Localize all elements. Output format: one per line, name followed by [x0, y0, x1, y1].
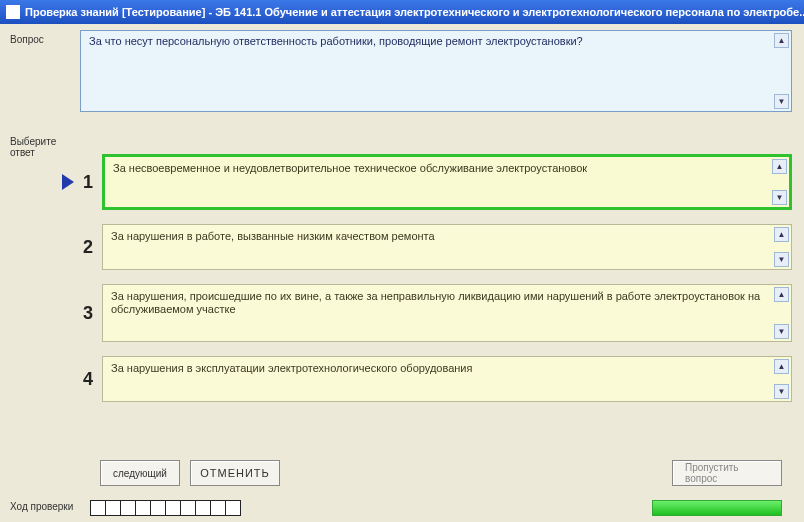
answer-option-4[interactable]: За нарушения в эксплуатации электротехно… — [102, 356, 792, 402]
answer-pointer-cell — [60, 284, 76, 342]
answer-row: 2 За нарушения в работе, вызванные низки… — [60, 224, 792, 270]
answer-scroll-up[interactable]: ▲ — [774, 359, 789, 374]
answer-row: 4 За нарушения в эксплуатации электротех… — [60, 356, 792, 402]
answer-text: За нарушения в эксплуатации электротехно… — [111, 362, 472, 374]
answer-option-3[interactable]: За нарушения, происшедшие по их вине, а … — [102, 284, 792, 342]
client-area: Вопрос Выберите ответ За что несут персо… — [0, 24, 804, 522]
answer-text: За несвоевременное и неудовлетворительно… — [113, 162, 587, 174]
cancel-button-label: ОТМЕНИТЬ — [200, 467, 270, 479]
progress-cell — [180, 500, 196, 516]
question-text-box: За что несут персональную ответственност… — [80, 30, 792, 112]
answer-pointer-cell — [60, 356, 76, 402]
question-text: За что несут персональную ответственност… — [89, 35, 583, 47]
answer-number: 1 — [78, 154, 98, 210]
answer-number: 3 — [78, 284, 98, 342]
app-icon — [6, 5, 20, 19]
progress-cell — [150, 500, 166, 516]
answer-text: За нарушения в работе, вызванные низким … — [111, 230, 435, 242]
time-remaining-bar — [652, 500, 782, 516]
progress-cell — [165, 500, 181, 516]
answer-row: 3 За нарушения, происшедшие по их вине, … — [60, 284, 792, 342]
question-scroll-up[interactable]: ▲ — [774, 33, 789, 48]
answer-option-1[interactable]: За несвоевременное и неудовлетворительно… — [102, 154, 792, 210]
progress-cell — [135, 500, 151, 516]
progress-cell — [210, 500, 226, 516]
answer-option-2[interactable]: За нарушения в работе, вызванные низким … — [102, 224, 792, 270]
current-answer-pointer-icon — [62, 174, 74, 190]
answer-scroll-down[interactable]: ▼ — [774, 384, 789, 399]
progress-boxes — [90, 500, 240, 516]
skip-button[interactable]: Пропустить вопрос — [672, 460, 782, 486]
prev-button[interactable]: следующий — [100, 460, 180, 486]
progress-cell — [105, 500, 121, 516]
question-scroll-down[interactable]: ▼ — [774, 94, 789, 109]
prev-button-label: следующий — [113, 468, 167, 479]
progress-cell — [120, 500, 136, 516]
skip-button-label: Пропустить вопрос — [685, 462, 769, 484]
answer-row: 1 За несвоевременное и неудовлетворитель… — [60, 154, 792, 210]
answer-scroll-up[interactable]: ▲ — [774, 287, 789, 302]
progress-cell — [225, 500, 241, 516]
progress-cell — [90, 500, 106, 516]
answer-number: 4 — [78, 356, 98, 402]
answer-pointer-cell — [60, 224, 76, 270]
progress-cell — [195, 500, 211, 516]
answer-scroll-up[interactable]: ▲ — [772, 159, 787, 174]
answer-scroll-down[interactable]: ▼ — [772, 190, 787, 205]
progress-label: Ход проверки — [10, 501, 73, 512]
answer-text: За нарушения, происшедшие по их вине, а … — [111, 290, 760, 315]
question-label: Вопрос — [10, 34, 70, 45]
answer-pointer-cell — [60, 154, 76, 210]
answer-scroll-down[interactable]: ▼ — [774, 324, 789, 339]
answer-number: 2 — [78, 224, 98, 270]
window-titlebar: Проверка знаний [Тестирование] - ЭБ 141.… — [0, 0, 804, 24]
answer-scroll-up[interactable]: ▲ — [774, 227, 789, 242]
window-title: Проверка знаний [Тестирование] - ЭБ 141.… — [25, 6, 804, 18]
answer-scroll-down[interactable]: ▼ — [774, 252, 789, 267]
cancel-button[interactable]: ОТМЕНИТЬ — [190, 460, 280, 486]
